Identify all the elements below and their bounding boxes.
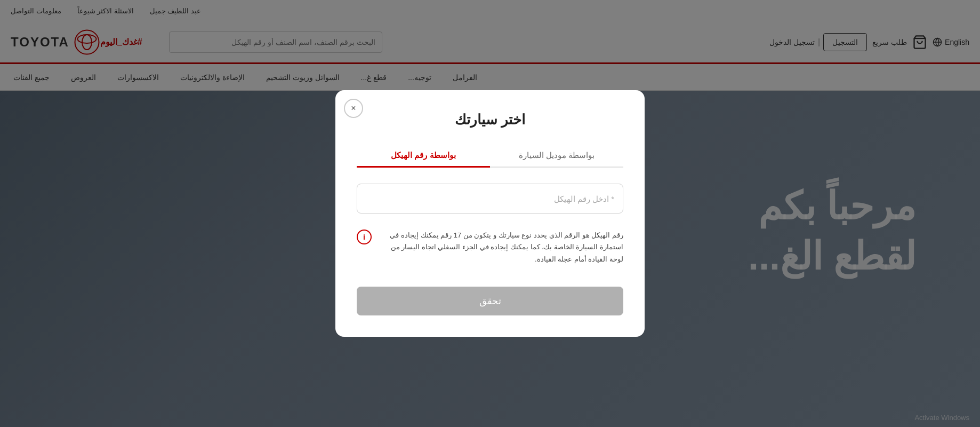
modal-tabs: بواسطة رقم الهيكل بواسطة موديل السيارة xyxy=(357,144,623,168)
car-selector-modal: × اختر سيارتك بواسطة رقم الهيكل بواسطة م… xyxy=(335,90,645,336)
modal-title: اختر سيارتك xyxy=(357,112,623,128)
vin-input[interactable] xyxy=(357,184,623,213)
modal-overlay: × اختر سيارتك بواسطة رقم الهيكل بواسطة م… xyxy=(0,0,980,427)
vin-input-wrap xyxy=(357,184,623,213)
info-box: i رقم الهيكل هو الرقم الذي يحدد نوع سيار… xyxy=(357,224,623,270)
submit-button[interactable]: تحقق xyxy=(357,287,623,315)
info-icon: i xyxy=(357,230,372,244)
tab-vin[interactable]: بواسطة رقم الهيكل xyxy=(357,144,490,167)
info-text: رقم الهيكل هو الرقم الذي يحدد نوع سيارتك… xyxy=(378,230,623,265)
tab-model[interactable]: بواسطة موديل السيارة xyxy=(490,144,623,167)
